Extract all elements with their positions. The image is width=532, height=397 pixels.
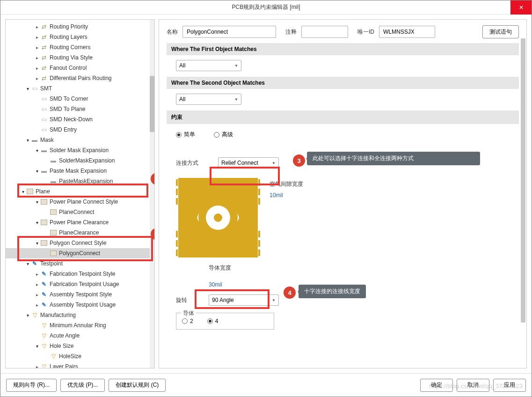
tree-item[interactable]: ▬Mask bbox=[6, 135, 154, 145]
tree-item-label: Power Plane Clearance bbox=[50, 219, 109, 226]
radio-conductor-2[interactable]: 2 bbox=[182, 318, 193, 324]
plane-icon bbox=[50, 250, 57, 257]
tree-item[interactable]: ⇄Fanout Control bbox=[6, 63, 154, 73]
create-defaults-button[interactable]: 创建默认规则 (C) bbox=[109, 379, 166, 392]
tree-item[interactable]: ▭SMD To Plane bbox=[6, 104, 154, 114]
apply-button[interactable]: 应用 bbox=[493, 379, 526, 392]
detail-scrollbar[interactable] bbox=[521, 38, 525, 354]
tree-item[interactable]: ⇄Routing Via Style bbox=[6, 52, 154, 63]
tree-item[interactable]: ▽Layer Pairs bbox=[6, 361, 154, 368]
tree-item[interactable]: ▽Minimum Annular Ring bbox=[6, 320, 154, 331]
connect-mode-dropdown[interactable]: Relief Connect ▼ bbox=[218, 157, 279, 169]
tree-arrow-icon[interactable] bbox=[34, 302, 40, 308]
tree-item[interactable]: ▽Acute Angle bbox=[6, 331, 154, 341]
window-title: PCB规则及约束编辑器 [mil] bbox=[232, 3, 300, 11]
radio-simple[interactable]: 简单 bbox=[176, 131, 195, 139]
tree-arrow-icon[interactable] bbox=[24, 138, 31, 143]
id-input[interactable] bbox=[379, 26, 435, 38]
air-gap-value[interactable]: 10mil bbox=[270, 192, 303, 198]
tree-scrollbar[interactable] bbox=[150, 20, 154, 368]
tree-item[interactable]: ▭SMD To Corner bbox=[6, 94, 154, 104]
tree-arrow-icon[interactable] bbox=[34, 272, 40, 277]
tree-arrow-icon[interactable] bbox=[34, 66, 40, 71]
tree-arrow-icon[interactable] bbox=[34, 344, 40, 349]
tree-arrow-icon[interactable] bbox=[34, 199, 40, 205]
rotation-label: 旋转 bbox=[176, 296, 195, 304]
tree-item[interactable]: ✎Testpoint bbox=[6, 258, 154, 269]
tree-item[interactable]: ✎Assembly Testpoint Usage bbox=[6, 300, 154, 310]
ok-button[interactable]: 确定 bbox=[420, 379, 453, 392]
tree-arrow-icon[interactable] bbox=[34, 24, 40, 29]
tree-item[interactable]: Power Plane Clearance bbox=[6, 217, 154, 228]
tree-item[interactable]: ✎Fabrication Testpoint Style bbox=[6, 269, 154, 279]
tree-item[interactable]: ▬Paste Mask Expansion bbox=[6, 166, 154, 176]
tree-item-label: Routing Priority bbox=[50, 23, 88, 30]
manufacturing-icon: ▽ bbox=[40, 363, 48, 368]
second-match-value: All bbox=[179, 96, 185, 103]
tree-arrow-icon[interactable] bbox=[34, 292, 40, 297]
pcb-section: 连接方式 Relief Connect ▼ bbox=[167, 157, 519, 330]
second-match-dropdown[interactable]: All ▼ bbox=[176, 94, 241, 105]
cancel-button[interactable]: 取消 bbox=[457, 379, 489, 392]
tree-arrow-icon[interactable] bbox=[34, 241, 40, 246]
tree-arrow-icon[interactable] bbox=[34, 55, 40, 60]
tree-arrow-icon[interactable] bbox=[34, 45, 40, 50]
tree-item[interactable]: ▭SMT bbox=[6, 83, 154, 94]
radio-dot-icon bbox=[176, 132, 182, 138]
rule-tree[interactable]: ⇄Routing Priority⇄Routing Layers⇄Routing… bbox=[6, 20, 154, 368]
rotation-dropdown[interactable]: 90 Angle ▼ bbox=[209, 294, 279, 306]
chevron-down-icon: ▼ bbox=[272, 161, 276, 165]
manufacturing-icon: ▽ bbox=[40, 322, 48, 329]
tree-arrow-icon[interactable] bbox=[34, 148, 40, 153]
tree-item[interactable]: Power Plane Connect Style bbox=[6, 197, 154, 207]
name-input[interactable] bbox=[182, 26, 276, 38]
priority-button[interactable]: 优先级 (P)... bbox=[60, 379, 105, 392]
detail-scrollbar-thumb[interactable] bbox=[521, 38, 525, 323]
tree-arrow-icon[interactable] bbox=[34, 76, 40, 81]
tree-item[interactable]: PlaneConnect bbox=[6, 207, 154, 217]
tree-item[interactable]: ▽Manufacturing bbox=[6, 310, 154, 320]
tree-arrow-icon[interactable] bbox=[34, 282, 40, 287]
tree-arrow-icon[interactable] bbox=[24, 86, 31, 91]
tree-item-label: Assembly Testpoint Usage bbox=[50, 301, 116, 308]
tree-item[interactable]: ⇄Routing Layers bbox=[6, 32, 154, 42]
tree-arrow-icon[interactable] bbox=[20, 189, 26, 194]
tree-item[interactable]: ▭SMD Neck-Down bbox=[6, 114, 154, 125]
tree-item-label: Plane bbox=[36, 188, 50, 195]
tree-item[interactable]: PlaneClearance bbox=[6, 228, 154, 238]
tree-arrow-icon[interactable] bbox=[34, 220, 40, 225]
tree-item[interactable]: PolygonConnect bbox=[6, 248, 154, 258]
tree-item[interactable]: ⇄Routing Priority bbox=[6, 22, 154, 32]
tree-arrow-icon[interactable] bbox=[24, 261, 31, 266]
relief-graphic-row: 空气间隙宽度 10mil bbox=[176, 176, 510, 260]
test-query-button[interactable]: 测试语句 bbox=[482, 25, 519, 38]
tree-item[interactable]: ✎Assembly Testpoint Style bbox=[6, 289, 154, 300]
tree-item[interactable]: ▬PasteMaskExpansion bbox=[6, 176, 154, 186]
tree-item[interactable]: ▭SMD Entry bbox=[6, 125, 154, 135]
rule-wizard-button[interactable]: 规则向导 (R)... bbox=[6, 379, 57, 392]
tree-item[interactable]: ▽Hole Size bbox=[6, 341, 154, 351]
tree-item[interactable]: ⇄Routing Corners bbox=[6, 42, 154, 52]
conductor-width-value[interactable]: 30mil bbox=[209, 281, 270, 288]
tree-arrow-icon[interactable] bbox=[24, 313, 31, 318]
tree-arrow-icon[interactable] bbox=[34, 169, 40, 174]
smt-icon: ▭ bbox=[40, 105, 48, 113]
smt-icon: ▭ bbox=[40, 126, 48, 133]
tree-item-label: HoleSize bbox=[59, 353, 81, 360]
radio-conductor-4[interactable]: 4 bbox=[207, 318, 219, 324]
tree-scrollbar-thumb[interactable] bbox=[150, 76, 154, 132]
radio-simple-label: 简单 bbox=[184, 131, 195, 139]
tree-arrow-icon[interactable] bbox=[34, 364, 40, 368]
first-match-dropdown[interactable]: All ▼ bbox=[176, 60, 241, 71]
tree-item[interactable]: ▬Solder Mask Expansion bbox=[6, 145, 154, 155]
tree-item[interactable]: ✎Fabrication Testpoint Usage bbox=[6, 279, 154, 289]
tree-arrow-icon[interactable] bbox=[34, 35, 40, 40]
comment-input[interactable] bbox=[301, 26, 348, 38]
tree-item[interactable]: Plane bbox=[6, 186, 154, 197]
radio-advanced[interactable]: 高级 bbox=[214, 131, 233, 139]
close-button[interactable]: ✕ bbox=[510, 0, 532, 15]
tree-item[interactable]: Polygon Connect Style bbox=[6, 238, 154, 248]
tree-item[interactable]: ▬SolderMaskExpansion bbox=[6, 155, 154, 166]
tree-item[interactable]: ⇄Differential Pairs Routing bbox=[6, 73, 154, 83]
tree-item[interactable]: ▽HoleSize bbox=[6, 351, 154, 361]
